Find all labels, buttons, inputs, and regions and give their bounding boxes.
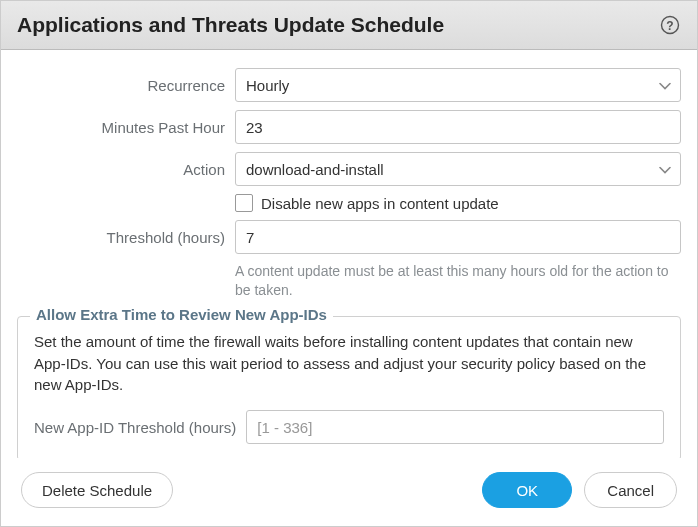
cancel-button[interactable]: Cancel xyxy=(584,472,677,508)
minutes-past-hour-input[interactable] xyxy=(235,110,681,144)
row-threshold: Threshold (hours) xyxy=(17,220,681,254)
new-appid-threshold-input[interactable] xyxy=(246,410,664,444)
dialog-footer: Delete Schedule OK Cancel xyxy=(1,458,697,526)
delete-schedule-button[interactable]: Delete Schedule xyxy=(21,472,173,508)
row-recurrence: Recurrence Hourly xyxy=(17,68,681,102)
recurrence-select[interactable]: Hourly xyxy=(235,68,681,102)
threshold-helper: A content update must be at least this m… xyxy=(235,262,681,300)
row-action: Action download-and-install xyxy=(17,152,681,186)
disable-new-apps-checkbox[interactable] xyxy=(235,194,253,212)
dialog-title: Applications and Threats Update Schedule xyxy=(17,13,444,37)
threshold-label: Threshold (hours) xyxy=(17,229,235,246)
extra-time-fieldset: Allow Extra Time to Review New App-IDs S… xyxy=(17,316,681,458)
extra-time-description: Set the amount of time the firewall wait… xyxy=(34,331,664,396)
recurrence-label: Recurrence xyxy=(17,77,235,94)
dialog-content: Recurrence Hourly Minutes Past Hour Acti… xyxy=(1,50,697,458)
action-label: Action xyxy=(17,161,235,178)
extra-time-legend: Allow Extra Time to Review New App-IDs xyxy=(30,306,333,323)
new-appid-threshold-label: New App-ID Threshold (hours) xyxy=(34,419,246,436)
row-disable-new-apps: Disable new apps in content update xyxy=(17,194,681,212)
row-threshold-helper: A content update must be at least this m… xyxy=(17,258,681,300)
svg-text:?: ? xyxy=(666,19,673,33)
titlebar: Applications and Threats Update Schedule… xyxy=(1,1,697,50)
recurrence-value: Hourly xyxy=(246,77,289,94)
ok-button[interactable]: OK xyxy=(482,472,572,508)
row-new-appid-threshold: New App-ID Threshold (hours) xyxy=(34,410,664,444)
action-value: download-and-install xyxy=(246,161,384,178)
action-select[interactable]: download-and-install xyxy=(235,152,681,186)
threshold-input[interactable] xyxy=(235,220,681,254)
minutes-label: Minutes Past Hour xyxy=(17,119,235,136)
disable-new-apps-label: Disable new apps in content update xyxy=(261,195,499,212)
help-icon[interactable]: ? xyxy=(659,14,681,36)
update-schedule-dialog: Applications and Threats Update Schedule… xyxy=(0,0,698,527)
row-minutes: Minutes Past Hour xyxy=(17,110,681,144)
